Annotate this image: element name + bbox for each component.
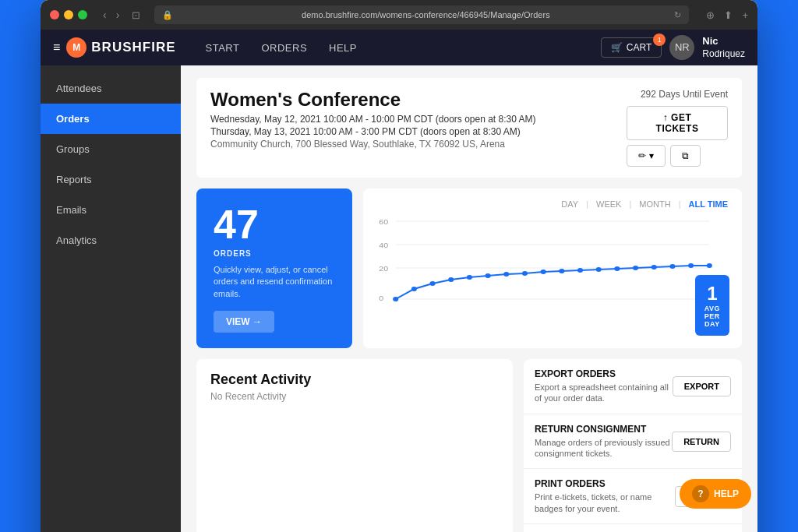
export-orders-info: EXPORT ORDERS Export a spreadsheet conta… — [535, 368, 673, 404]
traffic-lights — [50, 10, 87, 19]
svg-point-17 — [559, 269, 564, 273]
svg-text:0: 0 — [379, 294, 383, 302]
sidebar: Attendees Orders Groups Reports Emails A… — [41, 65, 181, 532]
return-consignment-desc: Manage orders of previously issued consi… — [535, 437, 672, 460]
orders-label: ORDERS — [214, 249, 335, 258]
close-button[interactable] — [50, 10, 59, 19]
chart-divider-2: | — [629, 199, 631, 209]
chart-divider-1: | — [586, 199, 588, 209]
lock-icon: 🔒 — [162, 10, 173, 20]
sidebar-item-emails[interactable]: Emails — [41, 195, 181, 225]
help-float-button[interactable]: ? HELP — [680, 479, 751, 509]
event-actions: 292 Days Until Event ↑ GET TICKETS ✏ ▾ ⧉ — [627, 89, 728, 167]
event-date-1: Wednesday, May 12, 2021 10:00 AM - 10:00… — [210, 114, 536, 125]
edit-icon: ✏ — [638, 150, 646, 161]
help-label: HELP — [714, 488, 739, 499]
orders-stat-card: 47 ORDERS Quickly view, adjust, or cance… — [196, 188, 352, 348]
chart-divider-3: | — [679, 199, 681, 209]
sidebar-item-reports[interactable]: Reports — [41, 164, 181, 195]
export-button[interactable]: EXPORT — [673, 376, 731, 396]
return-button[interactable]: RETURN — [672, 432, 731, 452]
edit-button[interactable]: ✏ ▾ — [627, 145, 666, 167]
days-until: 292 Days Until Event — [627, 89, 728, 100]
extensions-button[interactable]: ⊕ — [706, 9, 715, 21]
content-area: Women's Conference Wednesday, May 12, 20… — [181, 65, 757, 532]
export-orders-desc: Export a spreadsheet containing all of y… — [535, 382, 673, 404]
cart-button[interactable]: 🛒 CART 1 — [601, 37, 662, 58]
chart-card: DAY | WEEK | MONTH | ALL TIME 60 40 20 — [363, 188, 742, 348]
address-bar[interactable]: 🔒 demo.brushfire.com/womens-conference/4… — [154, 5, 689, 24]
duplicate-icon: ⧉ — [682, 150, 689, 161]
return-consignment-title: RETURN CONSIGNMENT — [535, 424, 672, 435]
svg-point-22 — [651, 265, 657, 270]
svg-point-15 — [522, 271, 528, 276]
brand-logo: M — [66, 37, 87, 58]
forward-button[interactable]: › — [113, 7, 123, 23]
svg-point-10 — [430, 281, 436, 286]
window-menu-button[interactable]: ⊡ — [132, 9, 140, 21]
sidebar-item-orders[interactable]: Orders — [41, 104, 181, 134]
avg-badge: 1 AVGPERDAY — [695, 275, 729, 336]
navbar: ≡ M BRUSHFIRE START ORDERS HELP 🛒 CART 1… — [41, 30, 757, 65]
sidebar-item-analytics[interactable]: Analytics — [41, 225, 181, 255]
get-tickets-button[interactable]: ↑ GET TICKETS — [627, 106, 728, 140]
reload-icon[interactable]: ↻ — [674, 10, 681, 20]
share-button[interactable]: ⬆ — [724, 9, 733, 21]
nav-links: START ORDERS HELP — [195, 30, 601, 65]
cart-label: CART — [627, 42, 651, 53]
svg-point-24 — [688, 263, 694, 268]
svg-point-19 — [596, 267, 602, 272]
svg-text:20: 20 — [379, 265, 388, 273]
orders-description: Quickly view, adjust, or cancel orders a… — [214, 264, 335, 300]
titlebar: ‹ › ⊡ 🔒 demo.brushfire.com/womens-confer… — [41, 0, 757, 30]
sidebar-item-groups[interactable]: Groups — [41, 134, 181, 164]
svg-text:40: 40 — [379, 241, 388, 249]
orders-chart: 60 40 20 0 — [377, 215, 728, 308]
view-orders-button[interactable]: VIEW → — [214, 311, 274, 333]
chart-tab-alltime[interactable]: ALL TIME — [688, 199, 728, 209]
print-orders-title: PRINT ORDERS — [535, 478, 675, 489]
recent-activity-title: Recent Activity — [210, 372, 499, 388]
orders-count: 47 — [214, 204, 335, 245]
chart-tab-month[interactable]: MONTH — [639, 199, 670, 209]
user-name: Nic — [702, 35, 745, 48]
avg-label: AVGPERDAY — [704, 305, 720, 328]
sidebar-item-attendees[interactable]: Attendees — [41, 73, 181, 104]
print-orders-desc: Print e-tickets, tickets, or name badges… — [535, 491, 675, 514]
svg-point-11 — [448, 277, 454, 282]
export-orders-row: EXPORT ORDERS Export a spreadsheet conta… — [524, 359, 742, 414]
avatar-initials: NR — [675, 41, 690, 53]
brand: M BRUSHFIRE — [66, 37, 175, 58]
nav-link-orders[interactable]: ORDERS — [250, 30, 318, 65]
back-button[interactable]: ‹ — [100, 7, 110, 23]
nav-link-start[interactable]: START — [195, 30, 251, 65]
cart-icon: 🛒 — [611, 42, 623, 53]
svg-point-18 — [577, 268, 583, 273]
chart-tabs: DAY | WEEK | MONTH | ALL TIME — [377, 199, 728, 209]
cart-badge: 1 — [653, 33, 666, 46]
event-info: Women's Conference Wednesday, May 12, 20… — [210, 89, 536, 150]
svg-point-8 — [393, 297, 398, 301]
return-consignment-info: RETURN CONSIGNMENT Manage orders of prev… — [535, 424, 672, 460]
hamburger-icon[interactable]: ≡ — [53, 41, 60, 55]
brand-name: BRUSHFIRE — [91, 40, 175, 55]
chart-tab-day[interactable]: DAY — [561, 199, 578, 209]
chart-tab-week[interactable]: WEEK — [596, 199, 621, 209]
help-circle-icon: ? — [692, 485, 709, 502]
stats-row: 47 ORDERS Quickly view, adjust, or cance… — [196, 188, 742, 348]
svg-point-20 — [614, 266, 620, 271]
minimize-button[interactable] — [64, 10, 73, 19]
svg-point-21 — [633, 266, 638, 270]
new-tab-button[interactable]: + — [742, 9, 748, 21]
url-text: demo.brushfire.com/womens-conference/466… — [177, 10, 674, 19]
edit-actions: ✏ ▾ ⧉ — [627, 145, 728, 167]
svg-point-9 — [411, 287, 417, 291]
nav-link-help[interactable]: HELP — [318, 30, 368, 65]
export-orders-title: EXPORT ORDERS — [535, 368, 673, 379]
avatar: NR — [669, 35, 694, 60]
event-title: Women's Conference — [210, 89, 536, 111]
duplicate-button[interactable]: ⧉ — [670, 145, 701, 167]
event-date-2: Thursday, May 13, 2021 10:00 AM - 3:00 P… — [210, 126, 536, 137]
fullscreen-button[interactable] — [78, 10, 87, 19]
event-location: Community Church, 700 Blessed Way, South… — [210, 139, 536, 150]
